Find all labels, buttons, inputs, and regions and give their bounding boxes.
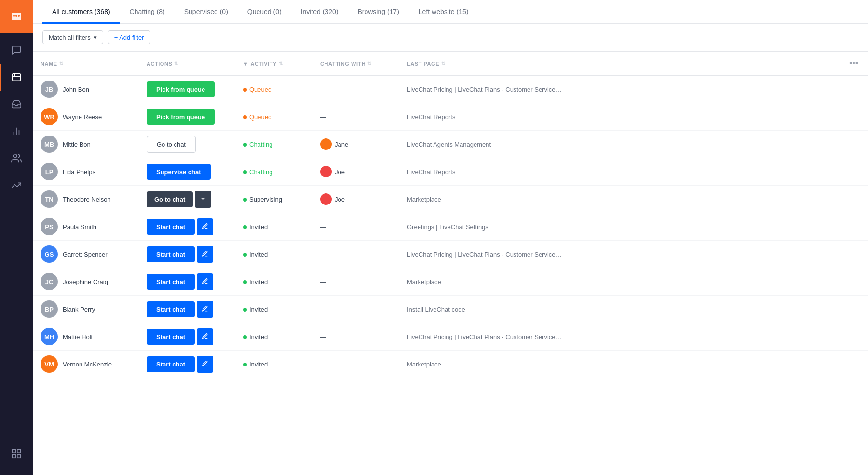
activity-cell: Supervising [235,186,312,213]
last-page-cell: Marketplace [399,351,797,378]
status-dot [243,143,247,147]
go-to-chat-button[interactable]: Go to chat [147,136,196,153]
action-cell: Go to chat [139,186,235,213]
avatar: LP [41,163,58,180]
last-page-cell: LiveChat Reports [399,158,797,186]
avatar: PS [41,218,58,235]
tab-all-customers[interactable]: All customers (368) [42,0,120,24]
avatar: BP [41,300,58,318]
sidebar-item-inbox[interactable] [0,91,33,118]
sidebar-item-analytics[interactable] [0,172,33,199]
tab-invited[interactable]: Invited (320) [291,0,348,24]
agent-avatar [320,193,332,205]
col-last-page: LAST PAGE ⇅ [399,52,797,76]
avatar: GS [41,245,58,263]
invite-icon-button[interactable] [197,301,213,318]
tab-browsing[interactable]: Browsing (17) [348,0,408,24]
action-cell: Go to chat [139,131,235,158]
no-agent: — [320,251,326,258]
row-end-cell [797,268,868,296]
status-dot [243,88,247,92]
row-end-cell [797,323,868,351]
more-action-button[interactable] [195,191,211,208]
invite-icon-button[interactable] [197,273,213,290]
invite-icon-button[interactable] [197,218,213,235]
customer-name: Lida Phelps [63,168,95,176]
last-page-cell: LiveChat Agents Management [399,131,797,158]
main-content: All customers (368) Chatting (8) Supervi… [33,0,868,475]
pick-from-queue-button[interactable]: Pick from queue [147,109,215,125]
row-end-cell [797,76,868,103]
start-chat-button[interactable]: Start chat [147,301,195,317]
sidebar-item-team[interactable] [0,145,33,172]
match-filter-label: Match all filters [49,34,91,41]
start-chat-button[interactable]: Start chat [147,329,195,345]
row-end-cell [797,241,868,268]
start-chat-button[interactable]: Start chat [147,246,195,262]
last-page-text: Greetings | LiveChat Settings [407,223,488,231]
tab-left-website[interactable]: Left website (15) [409,0,478,24]
tab-queued[interactable]: Queued (0) [238,0,291,24]
status-label: Invited [249,333,268,340]
svg-rect-12 [17,450,20,453]
agent-avatar [320,166,332,177]
sidebar-item-reports[interactable] [0,118,33,145]
chatting-with-cell: Joe [312,186,399,213]
svg-point-2 [15,15,17,17]
chatting-with-cell: Jane [312,131,399,158]
start-chat-button[interactable]: Start chat [147,356,195,372]
svg-rect-4 [13,74,21,81]
table-row: JB John Bon Pick from queueQueued—LiveCh… [33,76,868,103]
go-to-chat-button[interactable]: Go to chat [147,191,193,207]
agent-name: Jane [335,141,348,148]
status-label: Invited [249,306,268,313]
avatar: JB [41,81,58,98]
last-page-text: LiveChat Pricing | LiveChat Plans - Cust… [407,333,562,340]
sidebar [0,0,33,475]
status-dot [243,363,247,366]
action-cell: Supervise chat [139,158,235,186]
invite-icon-button[interactable] [197,356,213,373]
activity-cell: Invited [235,323,312,351]
match-filter-dropdown[interactable]: Match all filters ▾ [42,30,103,44]
svg-rect-13 [13,455,15,458]
customer-name: John Bon [63,86,89,93]
col-actions: ACTIONS ⇅ [139,52,235,76]
table-more-button[interactable]: ••• [845,56,862,70]
last-page-cell: Marketplace [399,268,797,296]
avatar-initials: GS [45,251,54,258]
tab-supervised[interactable]: Supervised (0) [175,0,238,24]
tabs-bar: All customers (368) Chatting (8) Supervi… [33,0,868,24]
avatar-initials: BP [45,306,54,313]
start-chat-button[interactable]: Start chat [147,219,195,235]
avatar: MH [41,328,58,345]
status-dot [243,335,247,339]
invite-icon-button[interactable] [197,246,213,263]
row-end-cell [797,158,868,186]
invite-icon-button[interactable] [197,328,213,345]
last-page-text: Marketplace [407,196,441,203]
tab-chatting[interactable]: Chatting (8) [120,0,175,24]
logo[interactable] [0,0,33,33]
sidebar-item-apps[interactable] [0,440,33,467]
activity-cell: Chatting [235,131,312,158]
sort-icon-name: ⇅ [59,61,64,66]
activity-cell: Invited [235,296,312,323]
supervise-chat-button[interactable]: Supervise chat [147,164,211,180]
avatar-initials: TN [45,196,53,203]
svg-point-10 [14,154,17,158]
chatting-with-cell: — [312,351,399,378]
sidebar-item-chats[interactable] [0,37,33,64]
row-end-cell [797,213,868,241]
avatar: MB [41,136,58,153]
table-row: LP Lida Phelps Supervise chatChatting Jo… [33,158,868,186]
chatting-with-cell: — [312,213,399,241]
start-chat-button[interactable]: Start chat [147,274,195,290]
sidebar-item-customers[interactable] [0,64,33,91]
row-end-cell [797,186,868,213]
activity-cell: Invited [235,351,312,378]
chatting-with-cell: — [312,323,399,351]
add-filter-button[interactable]: + Add filter [108,30,150,44]
pick-from-queue-button[interactable]: Pick from queue [147,81,215,97]
customer-name-cell: MH Mattie Holt [33,323,139,351]
